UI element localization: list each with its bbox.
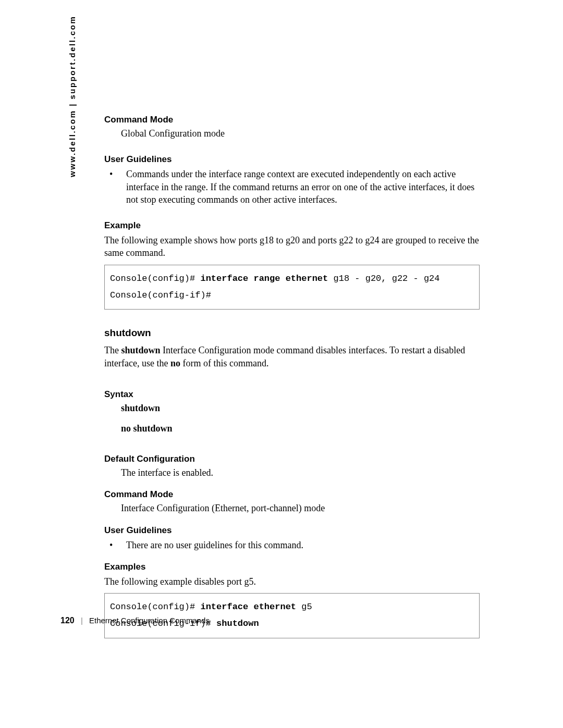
page-number: 120 [60,616,75,625]
code-block-1: Console(config)# interface range etherne… [104,265,480,310]
heading-syntax: Syntax [104,389,480,400]
heading-command-mode-1: Command Mode [104,115,480,125]
code-line: g5 [296,602,312,612]
heading-user-guidelines-2: User Guidelines [104,525,480,536]
sidebar-url-text: www.dell.com | support.dell.com [68,16,77,177]
bullet-item: • There are no user guidelines for this … [104,539,480,551]
bullet-icon: • [104,168,126,206]
example-body-1: The following example shows how ports g1… [104,234,480,260]
code-line: Console(config)# [110,274,200,283]
code-line: Console(config)# [110,602,200,612]
desc-bold: shutdown [121,345,160,355]
page: www.dell.com | support.dell.com Command … [0,0,563,728]
bullet-text: Commands under the interface range conte… [126,168,480,206]
heading-command-mode-2: Command Mode [104,489,480,500]
desc-part: The [104,345,121,355]
content-area: Command Mode Global Configuration mode U… [104,115,480,638]
chapter-title: Ethernet Configuration Commands [89,616,210,625]
shutdown-description: The shutdown Interface Configuration mod… [104,344,480,369]
bullet-icon: • [104,539,126,551]
section-title-shutdown: shutdown [104,327,480,339]
heading-default-config: Default Configuration [104,454,480,464]
heading-examples: Examples [104,562,480,572]
code-line-bold: interface range ethernet [200,274,328,283]
default-config-body: The interface is enabled. [121,466,480,479]
examples-body: The following example disables port g5. [104,575,480,588]
syntax-item-1: shutdown [121,403,480,414]
heading-user-guidelines-1: User Guidelines [104,154,480,165]
code-line-bold: shutdown [216,619,259,628]
desc-bold: no [170,358,180,368]
bullet-item: • Commands under the interface range con… [104,168,480,206]
code-line: g18 - g20, g22 - g24 [328,274,439,283]
syntax-item-2: no shutdown [121,423,480,434]
code-line: Console(config-if)# [110,290,211,300]
bullet-text: There are no user guidelines for this co… [126,539,480,551]
footer-separator: | [81,616,83,625]
code-line-bold: interface ethernet [200,602,296,612]
command-mode-body-2: Interface Configuration (Ethernet, port-… [121,502,480,514]
heading-example-1: Example [104,220,480,231]
desc-part: form of this command. [180,358,268,368]
command-mode-body-1: Global Configuration mode [121,127,480,140]
page-footer: 120 | Ethernet Configuration Commands [60,616,210,625]
